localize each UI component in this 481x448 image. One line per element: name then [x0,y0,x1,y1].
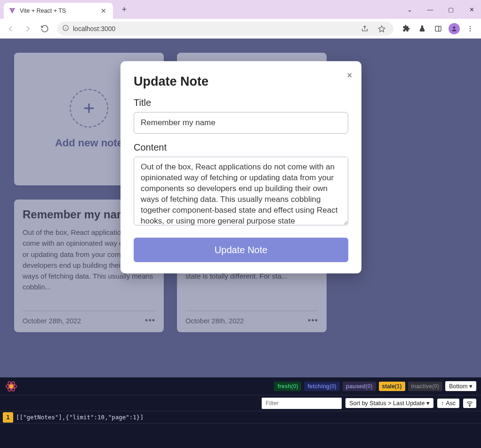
bookmark-star-icon[interactable] [375,22,389,36]
asc-toggle[interactable]: ↑Asc [437,399,459,408]
update-note-modal: × Update Note Title Content Out of the b… [120,61,361,273]
browser-toolbar: localhost:3000 [0,19,481,39]
plus-circle-icon [70,89,108,128]
labs-flask-icon[interactable] [415,22,429,36]
chip-fetching[interactable]: fetching(0) [304,382,339,391]
new-tab-button[interactable]: + [118,3,131,16]
side-panel-icon[interactable] [431,22,445,36]
chip-stale[interactable]: stale(1) [379,382,405,391]
site-info-icon[interactable] [62,24,69,33]
kebab-menu-icon[interactable] [463,22,477,36]
update-note-button[interactable]: Update Note [134,238,348,262]
query-count-badge: 1 [3,412,13,423]
tab-title: Vite + React + TS [20,8,66,14]
note-menu-icon[interactable]: ••• [145,316,155,326]
svg-marker-5 [378,26,385,32]
title-label: Title [134,97,348,108]
title-input[interactable] [134,112,348,134]
add-note-label: Add new note [55,137,123,149]
svg-point-11 [470,30,471,31]
caret-down-icon: ▾ [426,400,430,407]
svg-point-9 [470,26,471,27]
position-select[interactable]: Bottom ▾ [445,381,476,391]
tab-close-icon[interactable]: ✕ [99,7,108,15]
svg-point-14 [9,384,13,388]
extensions-icon[interactable] [399,22,413,36]
modal-close-button[interactable]: × [347,71,352,80]
close-window-icon[interactable]: ✕ [465,6,478,13]
share-icon[interactable] [358,22,372,36]
query-key-text: [["getNotes"],{"limit":10,"page":1}] [16,414,144,421]
modal-heading: Update Note [134,74,348,89]
back-icon[interactable] [4,22,18,36]
address-bar[interactable]: localhost:3000 [57,22,393,36]
chevron-down-icon[interactable]: ⌄ [403,6,416,13]
note-date: October 28th, 2022 [23,317,81,325]
minimize-icon[interactable]: — [424,6,437,13]
content-textarea[interactable]: Out of the box, React applications do no… [134,157,348,225]
note-menu-icon[interactable]: ••• [308,316,318,326]
reload-icon[interactable] [38,22,52,36]
react-query-logo-icon [5,380,18,393]
window-titlebar: Vite + React + TS ✕ + ⌄ — ▢ ✕ [0,0,481,19]
react-query-devtools: fresh(0) fetching(0) paused(0) stale(1) … [0,377,481,448]
chip-inactive[interactable]: inactive(0) [408,382,442,391]
arrow-up-icon: ↑ [441,400,444,407]
chip-fresh[interactable]: fresh(0) [274,382,301,391]
caret-down-icon: ▾ [469,383,473,390]
wifi-toggle-icon[interactable] [463,399,476,408]
profile-avatar[interactable] [447,22,461,36]
devtools-filter-input[interactable] [262,398,342,409]
content-label: Content [134,142,348,153]
chip-paused[interactable]: paused(0) [343,382,376,391]
note-date: October 28th, 2022 [185,317,244,325]
svg-point-8 [453,26,456,29]
sort-select[interactable]: Sort by Status > Last Update ▾ [345,398,433,408]
maximize-icon[interactable]: ▢ [444,6,457,13]
svg-point-18 [469,406,470,406]
forward-icon[interactable] [21,22,35,36]
query-row[interactable]: 1 [["getNotes"],{"limit":10,"page":1}] [0,411,481,424]
svg-rect-6 [435,26,441,31]
svg-point-10 [470,28,471,29]
browser-tab[interactable]: Vite + React + TS ✕ [4,3,113,19]
window-controls: ⌄ — ▢ ✕ [403,0,478,19]
vite-favicon [8,7,16,15]
url-text: localhost:3000 [73,25,115,32]
